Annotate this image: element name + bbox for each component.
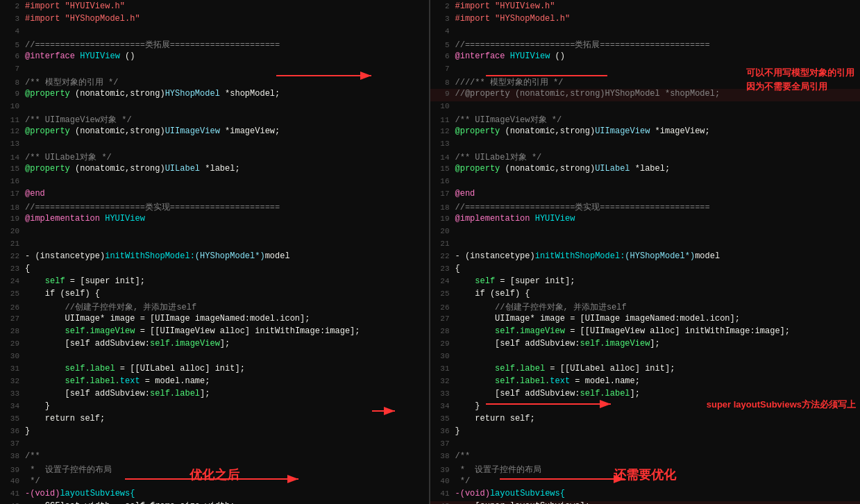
line-content: @interface HYUIView (): [25, 51, 426, 61]
token: /**: [455, 451, 471, 461]
token: initWithShopModel:: [535, 251, 625, 261]
token: model.icon: [250, 314, 300, 324]
token: self.imageView: [25, 326, 135, 336]
line-content: @implementation HYUIView: [25, 214, 426, 224]
line-number: 22: [433, 252, 450, 260]
code-line: 36}: [430, 426, 861, 439]
token: }: [455, 401, 480, 411]
line-content: }: [455, 401, 858, 411]
line-number: 8: [3, 78, 19, 87]
token: -(void): [25, 489, 60, 498]
line-number: 2: [3, 2, 19, 10]
token: #import: [25, 14, 65, 24]
line-content: [self addSubview:self.label];: [455, 389, 858, 398]
line-content: [455, 239, 858, 249]
token: @interface: [455, 51, 510, 61]
line-number: 6: [433, 52, 450, 60]
token: layoutSubviews{: [490, 489, 565, 498]
line-number: 18: [3, 203, 19, 212]
line-number: 22: [3, 252, 19, 260]
token: initWithShopModel:: [105, 251, 195, 261]
code-line: 7: [0, 64, 429, 76]
line-content: //创建子控件对象, 并添加进self: [25, 301, 426, 313]
line-number: 26: [3, 303, 19, 312]
token: * 设置子控件的布局: [455, 465, 542, 475]
token: @end: [25, 189, 45, 199]
token: text: [550, 376, 570, 386]
line-content: self.imageView = [[UIImageView alloc] in…: [455, 326, 858, 336]
token: {: [455, 264, 460, 274]
line-content: #import "HYShopModel.h": [455, 14, 858, 24]
line-number: 16: [433, 177, 450, 185]
line-content: [25, 239, 426, 249]
code-line: 25 if (self) {: [430, 289, 861, 301]
line-content: /** UIImageView对象 */: [455, 114, 858, 126]
line-number: 30: [3, 352, 19, 360]
token: /** UILabel对象 */: [25, 153, 112, 162]
token: UIImage* image = [UIImage imageNamed:: [455, 314, 680, 324]
line-number: 4: [3, 27, 19, 35]
line-number: 11: [433, 116, 450, 124]
line-content: //======================类实现=============…: [25, 201, 426, 213]
code-line: 24 self = [super init];: [430, 276, 861, 289]
code-line: 35 return self;: [430, 414, 861, 426]
code-line: 19@implementation HYUIView: [430, 214, 861, 226]
line-number: 12: [3, 127, 19, 135]
token: (HYShopModel*): [195, 251, 265, 261]
token: #import: [25, 1, 65, 11]
token: (nonatomic,strong): [75, 89, 165, 99]
code-line: 8////** 模型对象的引用 */: [430, 76, 861, 89]
token: }: [25, 401, 50, 411]
line-content: - (instancetype)initWithShopModel:(HYSho…: [455, 251, 858, 261]
code-line: 30: [430, 351, 861, 364]
token: *imageView;: [220, 126, 280, 136]
token: = [[UILabel alloc] init];: [545, 364, 675, 373]
code-line: 42 [super layoutSubviews];: [430, 501, 861, 504]
code-line: 22- (instancetype)initWithShopModel:(HYS…: [430, 251, 861, 264]
code-line: 9@property (nonatomic,strong)HYShopModel…: [0, 89, 429, 101]
code-line: 40 */: [430, 476, 861, 489]
token: (): [550, 51, 565, 61]
line-number: 14: [433, 153, 450, 162]
token: HYUIView: [105, 214, 145, 224]
line-number: 15: [3, 165, 19, 173]
line-content: self.imageView = [[UIImageView alloc] in…: [25, 326, 426, 336]
code-line: 34 }: [0, 401, 429, 414]
token: /** UILabel对象 */: [455, 153, 542, 162]
code-line: 28 self.imageView = [[UIImageView alloc]…: [0, 326, 429, 339]
line-number: 38: [3, 452, 19, 460]
line-content: /** 模型对象的引用 */: [25, 76, 426, 88]
code-line: 32 self.label.text = model.name;: [0, 376, 429, 389]
line-content: if (self) {: [455, 289, 858, 299]
token: @end: [455, 189, 475, 199]
token: - (instancetype): [455, 251, 535, 261]
token: self.label: [580, 389, 630, 398]
token: UIImage* image = [UIImage imageNamed:: [25, 314, 250, 324]
token: (): [120, 51, 135, 61]
line-number: 20: [3, 227, 19, 235]
line-number: 8: [433, 78, 450, 87]
token: #import: [455, 14, 496, 24]
code-line: 29 [self addSubview:self.imageView];: [430, 339, 861, 351]
token: CGFloat width = self.frame.size.width;: [25, 501, 235, 504]
line-number: 3: [3, 15, 19, 23]
line-content: if (self) {: [25, 289, 426, 299]
token: *imageView;: [650, 126, 709, 136]
line-content: [25, 64, 426, 74]
line-content: * 设置子控件的布局: [455, 464, 858, 476]
line-content: }: [25, 426, 426, 436]
code-line: 13: [430, 139, 861, 151]
token: ];: [350, 326, 360, 336]
line-number: 29: [433, 339, 450, 348]
line-content: ////** 模型对象的引用 */: [455, 76, 858, 88]
token: model.icon: [680, 314, 730, 324]
line-content: [25, 139, 426, 149]
code-line: 31 self.label = [[UILabel alloc] init];: [0, 364, 429, 376]
line-content: /** UILabel对象 */: [455, 151, 858, 163]
code-line: 4: [430, 26, 861, 39]
line-number: 19: [433, 215, 450, 223]
line-content: */: [25, 476, 426, 486]
line-number: 10: [3, 102, 19, 110]
code-line: 8/** 模型对象的引用 */: [0, 76, 429, 89]
token: //======================类实现=============…: [25, 203, 280, 212]
